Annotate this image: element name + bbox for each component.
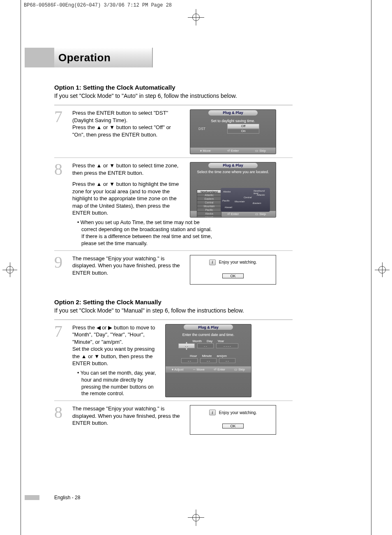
divider xyxy=(54,105,293,105)
map-label: Newfound land xyxy=(254,190,270,195)
osd-enjoy-screen: i Enjoy your watching. OK xyxy=(190,405,276,435)
enter-icon: ⏎ xyxy=(214,368,217,371)
option2-subtext: If you set "Clock Mode" to "Manual" in s… xyxy=(54,307,293,314)
field-label: Day xyxy=(207,339,212,343)
step-line: Press the ENTER button to select "DST"(D… xyxy=(72,109,183,124)
step-number: 8 xyxy=(54,405,66,435)
step-bullet: • When you set up Auto Time, the set tim… xyxy=(77,219,212,247)
step-number: 7 xyxy=(54,109,66,154)
page-number: English - 28 xyxy=(54,495,80,500)
info-icon: i xyxy=(209,259,216,265)
osd-field-label: DST xyxy=(198,127,215,131)
tz-item: Mountain xyxy=(197,204,221,208)
field-label: am/pm xyxy=(217,354,226,358)
field-label: Month xyxy=(193,339,202,343)
option1-subtext: If you set "Clock Mode" to "Auto" in ste… xyxy=(54,93,293,99)
osd-option-off: Off xyxy=(227,124,259,129)
osd-footer: ♦Move ⏎Enter ▭Skip xyxy=(190,148,276,154)
field-ampm: - - xyxy=(219,358,235,363)
osd-dst-screen: Plug & Play Set to daylight saving time.… xyxy=(190,109,276,154)
step-number: 8 xyxy=(54,162,66,218)
osd-subtitle: Enter the current date and time. xyxy=(166,330,251,338)
divider xyxy=(54,401,293,401)
trim-line-left xyxy=(21,0,21,535)
step-line: Press the ▲ or ▼ button to highlight the… xyxy=(72,181,183,217)
ok-button: OK xyxy=(222,424,243,428)
timezone-list: Newfoundland Atlantic Eastern Central Mo… xyxy=(197,190,221,218)
page-footer: English - 28 xyxy=(54,495,80,500)
tz-item: Newfoundland xyxy=(197,190,221,193)
step-text: The message "Enjoy your watching." is di… xyxy=(72,255,183,285)
field-minute: - - xyxy=(200,358,217,363)
option1-heading: Option 1: Setting the Clock Automaticall… xyxy=(54,84,293,91)
trim-line-right xyxy=(371,0,371,535)
updown-icon: ♦ xyxy=(172,368,173,371)
osd-title: Plug & Play xyxy=(208,110,258,116)
step-bullet: • You can set the month, day, year, hour… xyxy=(77,370,159,398)
field-year: - - - - xyxy=(216,343,238,348)
crop-mark xyxy=(192,14,200,21)
step-text: Press the ▲ or ▼ button to select time z… xyxy=(72,162,183,218)
enter-icon: ⏎ xyxy=(227,149,230,153)
tz-item: Alaska xyxy=(197,212,221,215)
page: Operation Option 1: Setting the Clock Au… xyxy=(25,27,367,508)
osd-timezone-screen: Plug & Play Select the time zone where y… xyxy=(190,162,276,218)
map-label: Pacific xyxy=(222,199,230,202)
tz-item: Pacific xyxy=(197,208,221,212)
field-label: Minute xyxy=(202,354,212,358)
field-label: Year xyxy=(217,339,224,343)
field-month: - - xyxy=(178,343,195,348)
timezone-map: Alaska Pacific Mountain Central Eastern … xyxy=(221,188,270,212)
tz-item: Eastern xyxy=(197,197,221,201)
tz-item: Central xyxy=(197,201,221,204)
osd-datetime-screen: Plug & Play Enter the current date and t… xyxy=(165,324,251,398)
option2-heading: Option 2: Setting the Clock Manually xyxy=(54,299,293,306)
divider xyxy=(54,157,293,158)
osd-footer: ♦Adjust ↔Move ⏎Enter ▭Skip xyxy=(166,366,251,373)
registration-mark xyxy=(375,262,390,277)
map-label: Hawaii xyxy=(225,206,232,208)
field-label: Hour xyxy=(190,354,197,358)
chapter-title: Operation xyxy=(54,48,153,67)
osd-title: Plug & Play xyxy=(184,324,233,330)
map-label: Alaska xyxy=(223,190,231,193)
info-icon: i xyxy=(209,410,216,415)
enjoy-message: Enjoy your watching. xyxy=(219,410,257,415)
divider xyxy=(54,250,293,251)
skip-icon: ▭ xyxy=(234,368,238,371)
step-text: Press the ◀ or ▶ button to move to "Mont… xyxy=(72,324,159,398)
enter-icon: ⏎ xyxy=(227,212,230,216)
osd-enjoy-screen: i Enjoy your watching. OK xyxy=(190,255,276,285)
step-text: Press the ENTER button to select "DST"(D… xyxy=(72,109,183,154)
chapter-title-bar: Operation xyxy=(25,48,367,67)
print-slug: BP68-00586F-00Eng(026~047) 3/30/06 7:12 … xyxy=(24,2,172,8)
step-line: Press the ▲ or ▼ button to select time z… xyxy=(72,162,183,176)
map-label: Central xyxy=(244,196,251,199)
divider xyxy=(54,320,293,320)
step-line: Press the ▲ or ▼ button to select "Off" … xyxy=(72,124,183,138)
ok-button: OK xyxy=(222,273,243,278)
osd-option-on: On xyxy=(227,129,259,134)
enjoy-message: Enjoy your watching. xyxy=(219,260,257,264)
field-hour: - - xyxy=(181,358,198,363)
skip-icon: ▭ xyxy=(255,149,258,153)
step-number: 9 xyxy=(54,255,66,285)
updown-icon: ♦ xyxy=(200,149,202,153)
step-text: The message "Enjoy your watching." is di… xyxy=(72,405,183,435)
skip-icon: ▭ xyxy=(255,212,258,216)
footer-accent xyxy=(25,495,39,500)
field-day: - - xyxy=(197,343,214,348)
map-label: Mountain xyxy=(235,200,245,203)
osd-title: Plug & Play xyxy=(208,163,258,168)
crop-mark xyxy=(192,514,200,521)
step-line: Set the clock you want by pressing the ▲… xyxy=(72,345,159,367)
title-accent-block xyxy=(25,48,54,67)
leftright-icon: ↔ xyxy=(192,368,196,371)
osd-subtitle: Select the time zone where you are locat… xyxy=(190,168,276,176)
step-line: Press the ◀ or ▶ button to move to "Mont… xyxy=(72,324,159,346)
registration-mark xyxy=(2,262,17,277)
tz-item: Hawaii xyxy=(197,215,221,218)
map-label: Eastern xyxy=(253,202,261,204)
tz-item: Atlantic xyxy=(197,193,221,197)
step-number: 7 xyxy=(54,324,66,398)
